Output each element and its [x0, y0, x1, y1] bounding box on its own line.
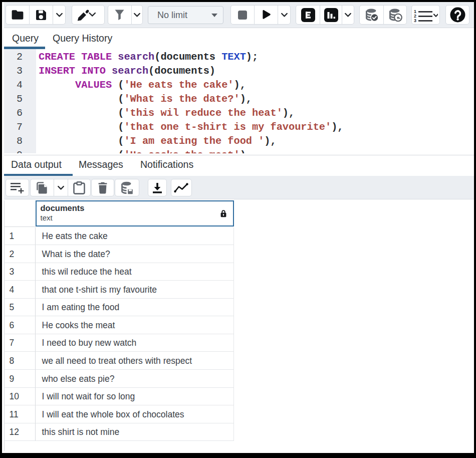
svg-text:3: 3	[414, 18, 416, 23]
